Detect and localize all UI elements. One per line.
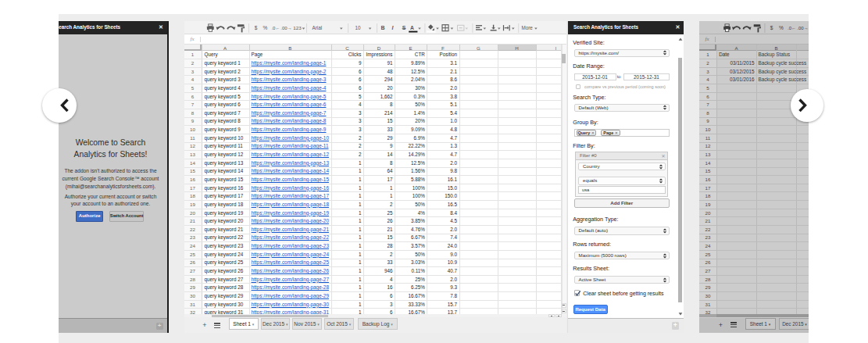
svg-text:B: B [380,25,384,30]
svg-text:10: 10 [355,25,361,30]
svg-text:I: I [392,25,395,30]
svg-text:.0←: .0← [271,26,280,30]
svg-text:%: % [263,25,268,30]
svg-text:.0←: .0← [788,26,796,30]
svg-text:S: S [402,25,406,30]
svg-text:123: 123 [293,25,302,30]
svg-text:A: A [410,24,414,30]
svg-text:Arial: Arial [313,25,323,30]
svg-text:.00→: .00→ [797,26,808,30]
svg-text:%: % [779,25,784,30]
svg-text:$: $ [255,25,258,30]
svg-text:$: $ [770,25,773,30]
svg-text:.00→: .00→ [280,26,291,30]
svg-text:More: More [522,25,534,30]
